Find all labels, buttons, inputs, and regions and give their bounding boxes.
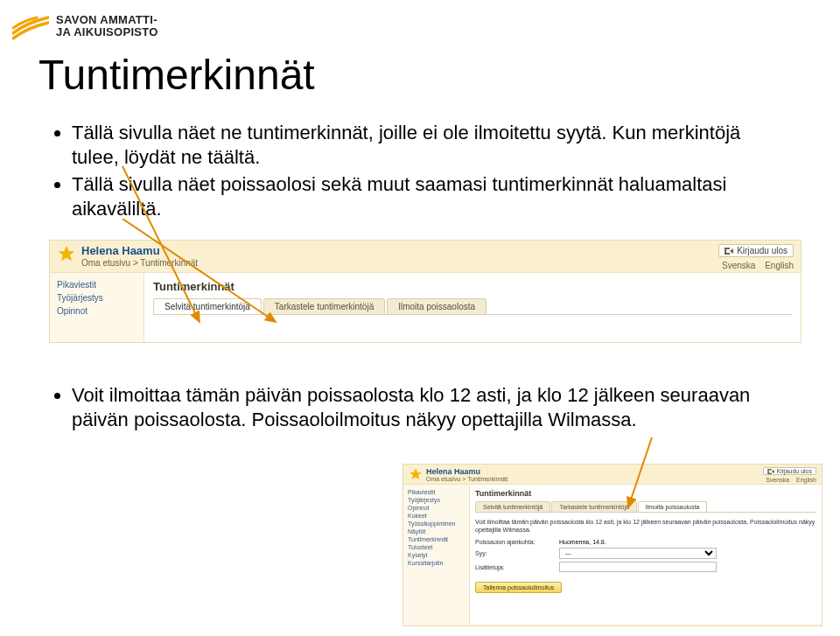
page-heading: Tuntimerkinnät [153, 280, 792, 293]
sidebar-item[interactable]: Kyselyt [403, 551, 469, 559]
sidebar-item[interactable]: Pikaviestit [50, 278, 144, 291]
sidebar-item[interactable]: Työjärjestys [50, 291, 144, 304]
logo-line2: JA AIKUISOPISTO [56, 26, 158, 38]
svg-marker-1 [410, 468, 421, 479]
sidebar-item[interactable]: Tuntimerkinnät [403, 535, 469, 543]
bullet-list-top: Tällä sivulla näet ne tuntimerkinnät, jo… [54, 121, 788, 224]
tab-selvita[interactable]: Selvitä tuntimerkintöjä [153, 298, 262, 314]
user-name: Helena Haamu [81, 244, 715, 257]
tab-ilmoita[interactable]: Ilmoita poissaolosta [638, 501, 707, 512]
header-bar: Helena Haamu Oma etusivu > Tuntimerkinnä… [50, 241, 801, 272]
logout-label: Kirjaudu ulos [737, 246, 788, 255]
logout-button[interactable]: Kirjaudu ulos [718, 244, 794, 257]
org-logo: SAVON AMMATTI- JA AIKUISOPISTO [12, 12, 158, 40]
screenshot-wilma-tabs: Helena Haamu Oma etusivu > Tuntimerkinnä… [49, 240, 802, 343]
reason-select[interactable]: --- [559, 548, 717, 559]
header-right: Kirjaudu ulos Svenska English [760, 467, 816, 483]
sidebar-item[interactable]: Kokeet [403, 512, 469, 520]
screenshot-wilma-ilmoita: Helena Haamu Oma etusivu > Tuntimerkinnä… [402, 464, 822, 626]
tab-bar: Selvitä tuntimerkintöjä Tarkastele tunti… [153, 298, 792, 315]
main-panel: Tuntimerkinnät Selvitä tuntimerkintöjä T… [144, 273, 801, 342]
label-info: Lisätietoja: [475, 564, 554, 570]
crumb-home[interactable]: Oma etusivu [426, 476, 460, 482]
value-time: Huomenna, 14.8. [559, 539, 606, 545]
star-icon [57, 244, 81, 265]
lang-sv[interactable]: Svenska [722, 261, 755, 270]
sidebar-item[interactable]: Näytöt [403, 528, 469, 535]
user-name: Helena Haamu [426, 467, 760, 476]
sidebar-item[interactable]: Pikaviestit [403, 488, 469, 496]
sidebar-item[interactable]: Työjärjestys [403, 496, 469, 504]
tab-description: Voit ilmoittaa tämän päivän poissaolosta… [475, 518, 816, 534]
lang-sv[interactable]: Svenska [766, 477, 789, 483]
breadcrumb: Oma etusivu > Tuntimerkinnät [81, 258, 715, 268]
bullet-list-bottom: Voit ilmoittaa tämän päivän poissaolosta… [54, 383, 788, 435]
crumb-home[interactable]: Oma etusivu [81, 258, 130, 268]
bullet-item: Voit ilmoittaa tämän päivän poissaolosta… [72, 383, 788, 431]
tab-tarkastele[interactable]: Tarkastele tuntimerkintöjä [551, 501, 636, 512]
language-switch: Svenska English [715, 261, 794, 270]
tab-tarkastele[interactable]: Tarkastele tuntimerkintöjä [263, 298, 385, 314]
sidebar-item[interactable]: Työssäoppiminen [403, 520, 469, 528]
logo-text: SAVON AMMATTI- JA AIKUISOPISTO [56, 14, 158, 39]
sidebar-item[interactable]: Opinnot [403, 504, 469, 512]
svg-marker-0 [59, 246, 74, 261]
label-reason: Syy: [475, 550, 554, 556]
logout-button[interactable]: Kirjaudu ulos [763, 467, 816, 475]
page-heading: Tuntimerkinnät [475, 489, 816, 498]
tab-ilmoita[interactable]: Ilmoita poissaolosta [387, 298, 486, 314]
breadcrumb: Oma etusivu > Tuntimerkinnät [426, 476, 760, 482]
info-input[interactable] [559, 562, 717, 572]
logout-label: Kirjaudu ulos [777, 468, 812, 474]
header-bar: Helena Haamu Oma etusivu > Tuntimerkinnä… [403, 465, 822, 484]
sidebar: Pikaviestit Työjärjestys Opinnot Kokeet … [403, 485, 470, 624]
bullet-item: Tällä sivulla näet poissaolosi sekä muut… [72, 172, 788, 220]
crumb-current: Tuntimerkinnät [140, 258, 198, 268]
sidebar-item[interactable]: Opinnot [50, 304, 144, 318]
sidebar-item[interactable]: Tulosteet [403, 543, 469, 551]
bullet-item: Tällä sivulla näet ne tuntimerkinnät, jo… [72, 121, 788, 169]
logout-icon [767, 469, 774, 474]
slide-title: Tuntimerkinnät [38, 51, 315, 99]
star-icon [409, 467, 426, 483]
main-panel: Tuntimerkinnät Selvitä tuntimerkintöjä T… [470, 485, 822, 624]
header-right: Kirjaudu ulos Svenska English [715, 244, 794, 270]
tab-selvita[interactable]: Selvitä tuntimerkintöjä [475, 501, 550, 512]
lang-en[interactable]: English [796, 477, 816, 483]
logo-swoosh-icon [12, 12, 49, 40]
user-block: Helena Haamu Oma etusivu > Tuntimerkinnä… [426, 467, 760, 483]
sidebar-item[interactable]: Kurssitarjotin [403, 559, 469, 567]
crumb-current: Tuntimerkinnät [467, 476, 508, 482]
lang-en[interactable]: English [765, 261, 794, 270]
sidebar: Pikaviestit Työjärjestys Opinnot [50, 273, 144, 342]
logout-icon [724, 248, 733, 255]
language-switch: Svenska English [760, 477, 816, 483]
tab-bar: Selvitä tuntimerkintöjä Tarkastele tunti… [475, 501, 816, 513]
logo-line1: SAVON AMMATTI- [56, 14, 158, 26]
save-absence-button[interactable]: Tallenna poissaoloilmoitus [475, 582, 562, 593]
label-time: Poissaolon ajankohta: [475, 539, 554, 545]
user-block: Helena Haamu Oma etusivu > Tuntimerkinnä… [81, 244, 715, 268]
